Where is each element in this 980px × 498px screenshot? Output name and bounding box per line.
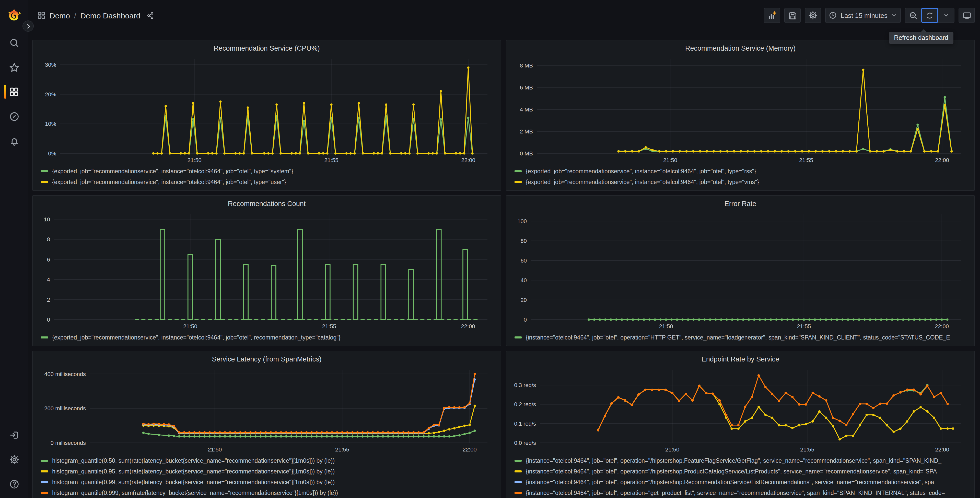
panel-title[interactable]: Recommendation Service (Memory) (512, 43, 968, 54)
legend-item[interactable]: histogram_quantile(0.99, sum(rate(latenc… (41, 477, 495, 487)
legend-item[interactable]: {instance="otelcol:9464", job="otel", op… (514, 487, 968, 498)
svg-text:10%: 10% (45, 121, 56, 127)
legend-item[interactable]: {instance="otelcol:9464", job="otel", op… (514, 466, 968, 477)
panel-chart[interactable]: 0 MB2 MB4 MB6 MB8 MB21:5021:5522:00 (512, 54, 968, 164)
panel-3: Recommendations Count024681021:5021:5522… (32, 195, 501, 346)
top-nav: Demo / Demo Dashboard Last 15 minutes (28, 0, 980, 31)
sidebar-item-explore[interactable] (0, 106, 28, 126)
add-panel-icon (767, 11, 776, 20)
share-icon (147, 11, 154, 19)
svg-text:20: 20 (521, 297, 527, 303)
legend-swatch-icon (41, 170, 48, 172)
chart-svg: 024681021:5021:5522:00 (39, 209, 495, 331)
legend-label: {exported_job="recommendationservice", i… (52, 334, 340, 340)
svg-text:8: 8 (47, 236, 50, 243)
panel-chart[interactable]: 0 milliseconds200 milliseconds400 millis… (39, 364, 495, 454)
legend-item[interactable]: histogram_quantile(0.50, sum(rate(latenc… (41, 455, 495, 466)
gear-icon (9, 454, 19, 464)
legend-label: {instance="otelcol:9464", job="otel", op… (526, 457, 942, 463)
sidebar-bottom (0, 425, 28, 494)
panel-chart[interactable]: 0.0 req/s0.1 req/s0.2 req/s0.3 req/s21:5… (512, 364, 968, 454)
panel-title[interactable]: Recommendation Service (CPU%) (39, 43, 495, 54)
time-range-picker[interactable]: Last 15 minutes (825, 8, 901, 23)
legend-item[interactable]: histogram_quantile(0.999, sum(rate(laten… (41, 487, 495, 498)
sidebar (0, 0, 28, 498)
legend-item[interactable]: {exported_job="recommendationservice", i… (41, 166, 495, 176)
svg-text:4: 4 (47, 276, 50, 283)
breadcrumb-separator: / (74, 11, 76, 20)
legend-swatch-icon (514, 492, 522, 494)
legend-label: histogram_quantile(0.95, sum(rate(latenc… (52, 468, 335, 474)
dashboards-grid-icon (9, 87, 19, 97)
zoom-out-button[interactable] (905, 8, 921, 23)
panel-legend: {exported_job="recommendationservice", i… (512, 164, 968, 187)
svg-text:4 MB: 4 MB (520, 106, 533, 113)
svg-text:22:00: 22:00 (463, 446, 477, 453)
legend-item[interactable]: {exported_job="recommendationservice", i… (514, 166, 968, 176)
share-dashboard-button[interactable] (145, 9, 157, 21)
sidebar-item-configuration[interactable] (0, 449, 28, 469)
panel-chart[interactable]: 024681021:5021:5522:00 (39, 209, 495, 331)
svg-text:21:55: 21:55 (322, 323, 336, 330)
svg-text:20%: 20% (45, 91, 56, 97)
svg-text:0%: 0% (48, 150, 56, 157)
legend-swatch-icon (41, 470, 48, 472)
toolbar: Last 15 minutes (764, 8, 980, 23)
add-panel-button[interactable] (764, 8, 780, 23)
dashboard-grid: Recommendation Service (CPU%)0%10%20%30%… (32, 40, 975, 498)
refresh-interval-dropdown[interactable] (938, 8, 955, 23)
svg-text:21:50: 21:50 (659, 323, 673, 330)
svg-text:10: 10 (44, 216, 50, 223)
kiosk-mode-button[interactable] (959, 8, 975, 23)
legend-item[interactable]: {exported_job="recommendationservice", i… (41, 332, 495, 343)
svg-text:22:00: 22:00 (461, 323, 475, 330)
breadcrumb-section[interactable]: Demo (49, 11, 70, 20)
legend-label: {exported_job="recommendationservice", i… (52, 179, 286, 185)
legend-item[interactable]: {instance="otelcol:9464", job="otel", op… (514, 332, 968, 343)
gear-icon (808, 11, 818, 20)
panel-title[interactable]: Recommendations Count (39, 199, 495, 209)
legend-label: {instance="otelcol:9464", job="otel", op… (526, 468, 937, 474)
panel-chart[interactable]: 0%10%20%30%21:5021:5522:00 (39, 54, 495, 164)
sidebar-item-starred[interactable] (0, 57, 28, 77)
breadcrumb: Demo / Demo Dashboard (28, 9, 157, 21)
legend-label: {instance="otelcol:9464", job="otel", op… (526, 334, 950, 340)
legend-item[interactable]: {instance="otelcol:9464", job="otel", op… (514, 455, 968, 466)
svg-text:21:50: 21:50 (663, 157, 677, 163)
monitor-icon (963, 11, 971, 20)
panel-title[interactable]: Endpoint Rate by Service (512, 354, 968, 364)
save-dashboard-button[interactable] (784, 8, 801, 23)
dashboards-grid-icon (37, 11, 46, 19)
legend-item[interactable]: {instance="otelcol:9464", job="otel", op… (514, 477, 968, 487)
compass-icon (9, 111, 19, 121)
panel-legend: histogram_quantile(0.50, sum(rate(latenc… (39, 454, 495, 498)
sidebar-item-help[interactable] (0, 474, 28, 494)
legend-item[interactable]: {exported_job="recommendationservice", i… (514, 176, 968, 187)
refresh-dashboard-button[interactable] (921, 8, 938, 23)
sidebar-nav (0, 33, 28, 151)
panel-5: Service Latency (from SpanMetrics)0 mill… (32, 351, 501, 498)
dashboard-settings-button[interactable] (805, 8, 821, 23)
svg-text:8 MB: 8 MB (520, 62, 533, 69)
panel-title[interactable]: Error Rate (512, 199, 968, 209)
legend-swatch-icon (41, 181, 48, 183)
legend-item[interactable]: histogram_quantile(0.95, sum(rate(latenc… (41, 466, 495, 477)
panel-1: Recommendation Service (CPU%)0%10%20%30%… (32, 40, 501, 191)
legend-swatch-icon (514, 336, 522, 338)
sidebar-item-dashboards[interactable] (0, 82, 28, 102)
sidebar-item-alerting[interactable] (0, 131, 28, 151)
svg-text:0.1 req/s: 0.1 req/s (514, 421, 536, 427)
legend-item[interactable]: {exported_job="recommendationservice", i… (41, 176, 495, 187)
svg-text:21:50: 21:50 (183, 323, 197, 330)
panel-title[interactable]: Service Latency (from SpanMetrics) (39, 354, 495, 364)
sidebar-item-sign-in[interactable] (0, 425, 28, 445)
panel-chart[interactable]: 02040608010021:5021:5522:00 (512, 209, 968, 331)
sidebar-item-search[interactable] (0, 33, 28, 53)
legend-label: histogram_quantile(0.50, sum(rate(latenc… (52, 457, 335, 463)
svg-text:2: 2 (47, 297, 50, 303)
chevron-down-icon (891, 12, 897, 18)
svg-text:200 milliseconds: 200 milliseconds (44, 405, 86, 412)
svg-text:22:00: 22:00 (935, 157, 949, 163)
chart-svg: 02040608010021:5021:5522:00 (512, 209, 968, 331)
sidebar-expand-button[interactable] (22, 21, 34, 32)
